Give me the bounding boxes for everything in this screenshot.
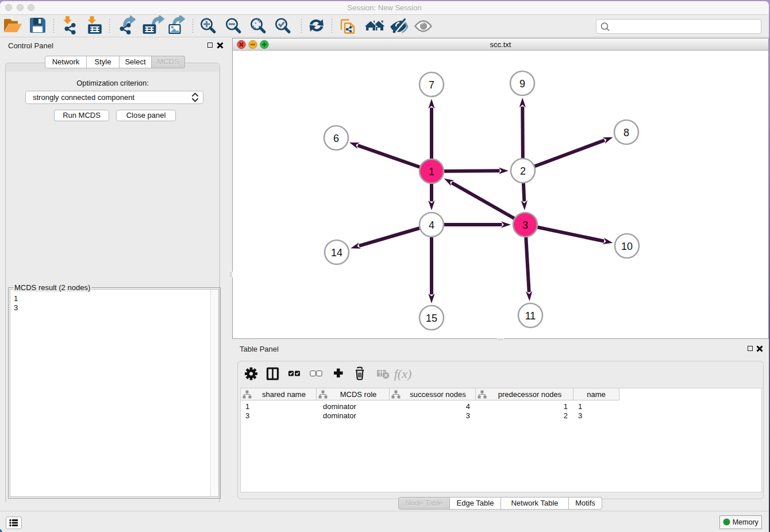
svg-text:9: 9 [519, 78, 525, 90]
svg-text:6: 6 [333, 133, 339, 144]
svg-text:2: 2 [520, 165, 526, 177]
svg-text:8: 8 [623, 127, 629, 138]
svg-text:14: 14 [331, 247, 342, 259]
svg-text:15: 15 [426, 313, 437, 324]
svg-text:1: 1 [429, 166, 434, 178]
svg-text:11: 11 [525, 310, 536, 322]
svg-text:4: 4 [429, 219, 434, 231]
svg-text:f(x): f(x) [394, 367, 412, 381]
svg-text:10: 10 [621, 241, 633, 252]
svg-text:3: 3 [522, 219, 528, 231]
svg-text:7: 7 [429, 79, 434, 91]
